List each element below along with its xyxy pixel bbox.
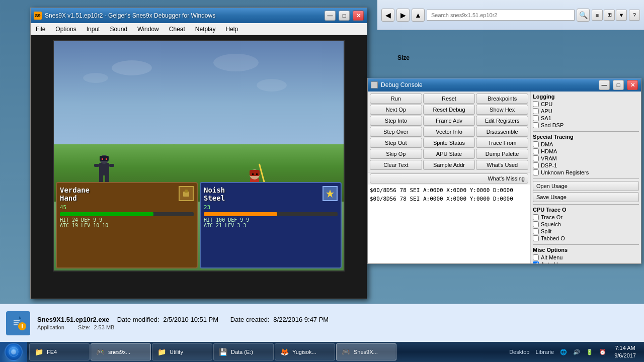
vector-info-button[interactable]: Vector Info — [423, 127, 475, 137]
snes-maximize-button[interactable]: □ — [339, 11, 350, 21]
squelch-checkbox[interactable] — [533, 221, 539, 227]
auto-usa-checkbox[interactable] — [533, 261, 539, 263]
debug-minimize-button[interactable]: — — [599, 80, 610, 90]
next-op-button[interactable]: Next Op — [370, 105, 422, 115]
frame-adv-button[interactable]: Frame Adv — [423, 116, 475, 126]
view-grid-button[interactable]: ⊞ — [604, 10, 615, 21]
breakpoints-button[interactable]: Breakpoints — [476, 94, 528, 104]
menu-cheat[interactable]: Cheat — [164, 23, 190, 35]
library-tray-label[interactable]: Librarie — [533, 348, 556, 356]
clear-text-button[interactable]: Clear Text — [370, 160, 422, 170]
menu-options[interactable]: Options — [50, 23, 81, 35]
whats-used-button[interactable]: What's Used — [476, 160, 528, 170]
tabbed-checkbox[interactable] — [533, 235, 539, 241]
file-details: Snes9X1.51.ep10r2.exe Date modified: 2/5… — [37, 316, 638, 330]
taskbar-items: 📁 FE4 🎮 snes9x... 📁 Utility 💾 Data (E:) … — [27, 342, 503, 362]
whats-missing-button[interactable]: What's Missing — [370, 173, 528, 184]
view-details-button[interactable]: ▼ — [616, 10, 627, 21]
auto-usa-checkbox-row: Auto Usa — [533, 261, 639, 263]
dsp1-label: DSP-1 — [541, 162, 557, 168]
cpu-trace-title: CPU Trace O — [533, 207, 639, 213]
up-button[interactable]: ▲ — [412, 9, 425, 22]
dsp1-checkbox[interactable] — [533, 162, 539, 168]
start-button[interactable] — [0, 342, 27, 362]
view-list-button[interactable]: ≡ — [592, 10, 603, 21]
show-hex-button[interactable]: Show Hex — [476, 105, 528, 115]
vram-checkbox[interactable] — [533, 155, 539, 161]
menu-netplay[interactable]: Netplay — [190, 23, 221, 35]
reset-button[interactable]: Reset — [423, 94, 475, 104]
step-over-button[interactable]: Step Over — [370, 127, 422, 137]
forward-button[interactable]: ▶ — [396, 9, 410, 22]
data-e-label: Data (E:) — [231, 349, 253, 355]
output-line-2: $00/8D56 78 SEI A:0000 X:0000 Y:0000 D:0… — [370, 195, 528, 204]
step-into-button[interactable]: Step Into — [370, 116, 422, 126]
start-orb[interactable] — [5, 343, 23, 361]
size-label: Size — [397, 54, 410, 61]
menu-window[interactable]: Window — [132, 23, 164, 35]
open-usage-button[interactable]: Open Usage — [533, 181, 639, 191]
sprite-status-button[interactable]: Sprite Status — [423, 138, 475, 148]
run-button[interactable]: Run — [370, 94, 422, 104]
snes-minimize-button[interactable]: — — [325, 11, 336, 21]
sa1-label: SA1 — [541, 115, 551, 121]
file-info-bar: Snes9X1.51.ep10r2.exe Date modified: 2/5… — [0, 304, 644, 342]
trace-or-label: Trace Or — [541, 214, 562, 220]
help-button[interactable]: ? — [629, 10, 640, 21]
back-button[interactable]: ◀ — [381, 9, 394, 22]
taskbar-utility[interactable]: 📁 Utility — [152, 343, 212, 360]
save-usage-button[interactable]: Save Usage — [533, 192, 639, 202]
alt-menu-checkbox[interactable] — [533, 254, 539, 260]
snes-window: S9 Snes9X v1.51.ep10r2 - Geiger's Snes9x… — [30, 8, 367, 299]
trace-from-button[interactable]: Trace From — [476, 138, 528, 148]
disassemble-button[interactable]: Disassemble — [476, 127, 528, 137]
file-large-icon — [6, 311, 30, 335]
search-go-button[interactable]: 🔍 — [577, 9, 590, 22]
menu-sound[interactable]: Sound — [105, 23, 132, 35]
search-input[interactable] — [427, 10, 575, 21]
panel-divider-3 — [533, 204, 639, 205]
taskbar-snes9x[interactable]: 🎮 snes9x... — [91, 343, 151, 360]
apu-state-button[interactable]: APU State — [423, 149, 475, 159]
debug-output[interactable]: $00/8D56 78 SEI A:0000 X:0000 Y:0000 D:0… — [368, 185, 530, 263]
tray-clock[interactable]: 7:14 AM 9/6/2017 — [610, 343, 640, 361]
svg-rect-29 — [14, 322, 19, 323]
debug-maximize-button[interactable]: □ — [613, 80, 624, 90]
taskbar-firefox[interactable]: 🦊 Yugisok... — [275, 343, 335, 360]
menu-help[interactable]: Help — [221, 23, 244, 35]
debug-console-window: Debug Console — □ ✕ Run Reset Breakpoint… — [367, 78, 641, 264]
reset-debug-button[interactable]: Reset Debug — [423, 105, 475, 115]
hdma-checkbox-row: HDMA — [533, 148, 639, 154]
snes-close-button[interactable]: ✕ — [353, 11, 364, 21]
taskbar-fe4[interactable]: 📁 FE4 — [29, 343, 90, 360]
dma-checkbox[interactable] — [533, 141, 539, 147]
menu-input[interactable]: Input — [82, 23, 105, 35]
snddsp-checkbox[interactable] — [533, 122, 539, 128]
desktop-tray-label[interactable]: Desktop — [507, 348, 531, 356]
step-out-button[interactable]: Step Out — [370, 138, 422, 148]
edit-registers-button[interactable]: Edit Registers — [476, 116, 528, 126]
dump-palette-button[interactable]: Dump Palette — [476, 149, 528, 159]
svg-rect-30 — [14, 324, 18, 325]
debug-title-text: Debug Console — [381, 81, 596, 88]
debug-close-button[interactable]: ✕ — [627, 80, 638, 90]
snes-app-icon: S9 — [34, 12, 42, 20]
split-checkbox[interactable] — [533, 228, 539, 234]
skip-op-button[interactable]: Skip Op — [370, 149, 422, 159]
cpu-checkbox[interactable] — [533, 101, 539, 107]
tray-volume-icon[interactable]: 🔊 — [571, 348, 582, 356]
svg-rect-28 — [14, 320, 20, 321]
file-name-text: Snes9X1.51.ep10r2.exe — [37, 316, 109, 323]
apu-checkbox[interactable] — [533, 108, 539, 114]
vram-label: VRAM — [541, 155, 557, 161]
sample-addr-button[interactable]: Sample Addr — [423, 160, 475, 170]
hdma-checkbox[interactable] — [533, 148, 539, 154]
trace-or-checkbox[interactable] — [533, 214, 539, 220]
special-tracing-title: Special Tracing — [533, 134, 639, 140]
cloud-4 — [257, 79, 287, 92]
sa1-checkbox[interactable] — [533, 115, 539, 121]
taskbar-data-e[interactable]: 💾 Data (E:) — [213, 343, 274, 360]
menu-file[interactable]: File — [31, 23, 50, 35]
taskbar-snes9x2[interactable]: 🎮 Snes9X... — [336, 343, 396, 360]
unknown-regs-checkbox[interactable] — [533, 169, 539, 175]
